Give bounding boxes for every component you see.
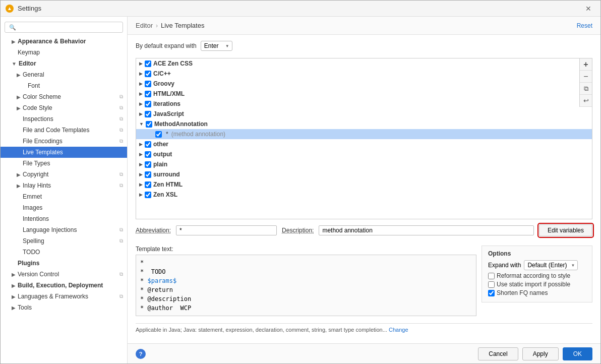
sidebar-item-file-types[interactable]: ▶ File Types <box>1 158 127 169</box>
sidebar-item-keymap[interactable]: ▶ Keymap <box>1 47 127 58</box>
description-label: Description: <box>282 227 314 234</box>
template-group-method-annotation[interactable]: ▼ MethodAnnotation <box>136 119 592 129</box>
template-checkbox-html[interactable] <box>145 91 151 97</box>
search-box[interactable]: 🔍 <box>5 22 123 33</box>
edit-variables-button[interactable]: Edit variables <box>539 224 592 236</box>
sidebar-item-build[interactable]: ▶ Build, Execution, Deployment <box>1 280 127 291</box>
template-item-star[interactable]: * (method annotation) <box>136 129 592 139</box>
sidebar-item-label: Build, Execution, Deployment <box>18 282 103 289</box>
template-group-iterations[interactable]: ▶ iterations <box>136 99 592 109</box>
sidebar-item-label: File Types <box>23 160 50 167</box>
template-group-name: Zen HTML <box>153 181 183 188</box>
template-group-html-xml[interactable]: ▶ HTML/XML <box>136 89 592 99</box>
template-group-zen-html[interactable]: ▶ Zen HTML <box>136 179 592 190</box>
code-line-6: * @author WCP <box>140 304 472 313</box>
ok-button[interactable]: OK <box>563 347 592 360</box>
template-checkbox-other[interactable] <box>145 141 151 148</box>
template-group-name: C/C++ <box>153 70 171 77</box>
copy-icon: ⧉ <box>119 94 123 100</box>
template-group-other[interactable]: ▶ other <box>136 139 592 149</box>
cancel-button[interactable]: Cancel <box>478 347 518 360</box>
sidebar-item-language-injections[interactable]: ▶ Language Injections ⧉ <box>1 224 127 235</box>
static-import-label: Use static import if possible <box>497 281 570 288</box>
sidebar-item-plugins[interactable]: ▶ Plugins <box>1 258 127 269</box>
sidebar-item-inspections[interactable]: ▶ Inspections ⧉ <box>1 113 127 125</box>
copy-icon: ⧉ <box>119 271 123 277</box>
template-group-surround[interactable]: ▶ surround <box>136 169 592 179</box>
sidebar-item-languages[interactable]: ▶ Languages & Frameworks ⧉ <box>1 291 127 302</box>
sidebar-item-version-control[interactable]: ▶ Version Control ⧉ <box>1 269 127 280</box>
template-text-options: Template text: * * TODO * $params$ * @re… <box>136 246 592 316</box>
sidebar-item-font[interactable]: ▶ Font <box>1 80 127 91</box>
sidebar-item-spelling[interactable]: ▶ Spelling ⧉ <box>1 235 127 247</box>
static-import-row: Use static import if possible <box>488 281 586 288</box>
search-input[interactable] <box>18 24 118 31</box>
sidebar-item-label: Editor <box>19 60 36 67</box>
remove-template-button[interactable]: − <box>580 71 592 83</box>
sidebar-item-todo[interactable]: ▶ TODO <box>1 247 127 258</box>
template-group-cpp[interactable]: ▶ C/C++ <box>136 69 592 79</box>
template-checkbox-zenxsl[interactable] <box>145 192 151 198</box>
sidebar-item-intentions[interactable]: ▶ Intentions <box>1 213 127 224</box>
template-group-javascript[interactable]: ▶ JavaScript <box>136 109 592 119</box>
sidebar-item-copyright[interactable]: ▶ Copyright ⧉ <box>1 169 127 180</box>
shorten-fq-checkbox[interactable] <box>488 290 495 296</box>
reset-button[interactable]: Reset <box>577 22 592 29</box>
chevron-right-icon: ▶ <box>139 142 143 147</box>
sidebar-item-label: Inlay Hints <box>23 182 51 189</box>
copy-template-button[interactable]: ⧉ <box>580 83 592 95</box>
template-checkbox-output[interactable] <box>145 151 151 158</box>
expand-select[interactable]: Enter Tab Space <box>201 41 232 51</box>
sidebar-item-general[interactable]: ▶ General <box>1 69 127 80</box>
sidebar-item-appearance[interactable]: ▶ Appearance & Behavior <box>1 36 127 47</box>
sidebar-item-editor[interactable]: ▼ Editor <box>1 58 127 69</box>
sidebar-item-inlay-hints[interactable]: ▶ Inlay Hints ⧉ <box>1 180 127 191</box>
template-checkbox-star[interactable] <box>155 131 162 138</box>
expand-with-select[interactable]: Default (Enter) Enter Tab Space <box>524 260 578 270</box>
sidebar-item-color-scheme[interactable]: ▶ Color Scheme ⧉ <box>1 91 127 102</box>
expand-with-label: Expand with <box>488 262 521 269</box>
apply-button[interactable]: Apply <box>522 347 559 360</box>
sidebar-item-file-encodings[interactable]: ▶ File Encodings ⧉ <box>1 136 127 147</box>
template-group-ace-zen-css[interactable]: ▶ ACE Zen CSS <box>136 58 592 69</box>
chevron-icon: ▶ <box>17 72 21 78</box>
sidebar-item-label: TODO <box>23 249 40 256</box>
template-group-groovy[interactable]: ▶ Groovy <box>136 79 592 89</box>
abbreviation-input[interactable] <box>176 225 277 235</box>
help-button[interactable]: ? <box>136 349 146 359</box>
template-checkbox-ace[interactable] <box>145 60 151 67</box>
reformat-checkbox[interactable] <box>488 273 495 279</box>
sidebar-item-images[interactable]: ▶ Images <box>1 202 127 213</box>
template-checkbox-method[interactable] <box>146 121 152 128</box>
template-code[interactable]: * * TODO * $params$ * @return * @descrip… <box>136 255 476 316</box>
template-checkbox-js[interactable] <box>145 111 151 117</box>
sidebar-item-file-code-templates[interactable]: ▶ File and Code Templates ⧉ <box>1 125 127 136</box>
chevron-icon: ▶ <box>12 272 16 277</box>
copy-icon: ⧉ <box>119 238 123 244</box>
template-group-zen-xsl[interactable]: ▶ Zen XSL <box>136 190 592 200</box>
change-link[interactable]: Change <box>389 327 408 333</box>
template-checkbox-groovy[interactable] <box>145 81 151 87</box>
template-group-output[interactable]: ▶ output <box>136 149 592 159</box>
sidebar-item-live-templates[interactable]: ▶ Live Templates <box>1 147 127 158</box>
templates-list: ▶ ACE Zen CSS ▶ C/C++ ▶ <box>136 58 592 200</box>
breadcrumb-sep: › <box>156 22 158 29</box>
chevron-down-icon: ▼ <box>139 122 144 127</box>
sidebar-item-tools[interactable]: ▶ Tools <box>1 302 127 313</box>
undo-template-button[interactable]: ↩ <box>580 95 592 107</box>
template-checkbox-surround[interactable] <box>145 171 151 178</box>
description-input[interactable] <box>319 225 534 235</box>
template-checkbox-plain[interactable] <box>145 161 151 168</box>
sidebar-item-emmet[interactable]: ▶ Emmet <box>1 191 127 202</box>
chevron-right-icon: ▶ <box>139 71 143 76</box>
template-checkbox-iter[interactable] <box>145 101 151 107</box>
close-button[interactable]: ✕ <box>581 3 595 15</box>
abbr-desc-row: Abbreviation: Description: Edit variable… <box>136 224 592 236</box>
template-checkbox-zenhtml[interactable] <box>145 181 151 188</box>
template-group-plain[interactable]: ▶ plain <box>136 159 592 169</box>
expand-label: By default expand with <box>136 42 197 49</box>
static-import-checkbox[interactable] <box>488 281 495 288</box>
sidebar-item-code-style[interactable]: ▶ Code Style ⧉ <box>1 102 127 113</box>
add-template-button[interactable]: + <box>580 58 592 71</box>
template-checkbox-cpp[interactable] <box>145 71 151 77</box>
